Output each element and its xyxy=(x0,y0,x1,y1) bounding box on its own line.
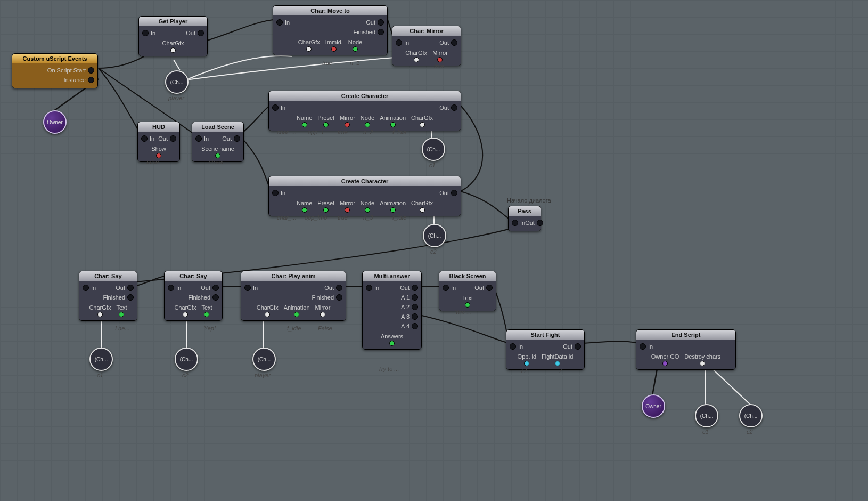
param-dot[interactable] xyxy=(365,207,370,213)
port-in[interactable]: In xyxy=(510,343,523,350)
node-multi-answer[interactable]: Multi-answer InOut A 1 A 2 A 3 A 4 Answe… xyxy=(362,271,422,350)
port-out[interactable]: Out xyxy=(186,30,204,36)
node-load-scene[interactable]: Load Scene InOut Scene name xyxy=(192,122,244,162)
port-in[interactable]: In xyxy=(195,135,209,142)
variable-destroy-c2[interactable]: (Ch... xyxy=(739,404,763,427)
param-dot[interactable] xyxy=(465,302,470,308)
port-in[interactable]: In xyxy=(272,104,285,111)
param-dot[interactable] xyxy=(662,361,668,366)
port-in[interactable]: In xyxy=(272,190,285,196)
node-get-player[interactable]: Get Player InOut CharGfx xyxy=(138,16,208,56)
param-dot[interactable] xyxy=(302,207,307,213)
port-a1[interactable]: A 1 xyxy=(401,294,418,301)
port-in[interactable]: In xyxy=(443,285,456,291)
variable-say2-char[interactable]: (Ch... xyxy=(175,348,198,371)
param-dot[interactable] xyxy=(183,312,188,317)
variable-c2[interactable]: (Ch... xyxy=(423,224,446,247)
param-dot[interactable] xyxy=(365,122,370,127)
port-a3[interactable]: A 3 xyxy=(401,313,418,320)
param-dot[interactable] xyxy=(320,312,325,317)
param-dot[interactable] xyxy=(323,207,329,213)
param-dot[interactable] xyxy=(389,341,395,346)
param-dot[interactable] xyxy=(119,312,124,317)
port-out[interactable]: Out xyxy=(201,285,219,291)
param-dot[interactable] xyxy=(414,57,419,62)
port-out[interactable]: Out xyxy=(158,135,176,142)
param-dot[interactable] xyxy=(437,57,443,62)
port-out[interactable]: Out xyxy=(525,220,543,226)
param-dot[interactable] xyxy=(204,312,209,317)
port-finished[interactable]: Finished xyxy=(188,294,219,301)
port-in[interactable]: In xyxy=(640,343,653,350)
port-out[interactable]: Out xyxy=(222,135,240,142)
port-in[interactable]: In xyxy=(142,30,155,36)
node-char-move-to[interactable]: Char: Move to InOut Finished CharGfx Imm… xyxy=(273,5,388,55)
port-out[interactable]: Out xyxy=(324,285,342,291)
param-dot[interactable] xyxy=(306,46,312,52)
node-custom-uscript-events[interactable]: Custom uScript Events On Script Start In… xyxy=(12,53,98,88)
param-dot[interactable] xyxy=(390,122,396,127)
variable-player[interactable]: (Ch... xyxy=(165,70,189,94)
port-out[interactable]: Out xyxy=(439,190,457,196)
node-char-say-1[interactable]: Char: Say InOut Finished CharGfx Text xyxy=(79,271,137,321)
param-dot[interactable] xyxy=(345,207,350,213)
node-char-mirror[interactable]: Char: Mirror InOut CharGfx Mirror xyxy=(392,26,461,66)
port-instance[interactable]: Instance xyxy=(63,77,94,83)
port-in[interactable]: In xyxy=(366,285,379,291)
port-in[interactable]: In xyxy=(512,220,525,226)
port-out[interactable]: Out xyxy=(474,285,493,291)
port-a2[interactable]: A 2 xyxy=(401,304,418,310)
port-in[interactable]: In xyxy=(276,19,290,26)
param-dot[interactable] xyxy=(353,46,358,52)
param-dot[interactable] xyxy=(265,312,270,317)
port-out[interactable]: Out xyxy=(116,285,134,291)
port-in[interactable]: In xyxy=(83,285,96,291)
port-out[interactable]: Out xyxy=(439,104,457,111)
param-dot[interactable] xyxy=(302,122,307,127)
param-dot[interactable] xyxy=(331,46,337,52)
param-dot[interactable] xyxy=(700,361,705,366)
port-finished[interactable]: Finished xyxy=(103,294,134,301)
param-dot[interactable] xyxy=(420,207,425,213)
node-char-play-anim[interactable]: Char: Play anim InOut Finished CharGfx A… xyxy=(241,271,346,321)
param-dot[interactable] xyxy=(156,153,161,158)
param-dot[interactable] xyxy=(215,153,220,158)
param-dot[interactable] xyxy=(294,312,299,317)
port-out[interactable]: Out xyxy=(366,19,384,26)
param-dot[interactable] xyxy=(170,47,176,53)
param-dot[interactable] xyxy=(323,122,329,127)
variable-destroy-c1[interactable]: (Ch... xyxy=(695,404,718,427)
node-end-script[interactable]: End Script In Owner GO Destroy chars xyxy=(636,329,736,370)
node-create-character-1[interactable]: Create Character InOut Name Preset Mirro… xyxy=(268,91,461,131)
port-a4[interactable]: A 4 xyxy=(401,323,418,329)
port-finished[interactable]: Finished xyxy=(312,294,342,301)
param-dot[interactable] xyxy=(420,122,425,127)
param-dot[interactable] xyxy=(524,361,529,366)
port-finished[interactable]: Finished xyxy=(353,29,384,35)
node-hud[interactable]: HUD InOut Show xyxy=(137,122,180,162)
port-out[interactable]: Out xyxy=(439,39,457,46)
port-out[interactable]: Out xyxy=(563,343,581,350)
node-black-screen[interactable]: Black Screen InOut Text xyxy=(439,271,496,311)
param-dot[interactable] xyxy=(345,122,350,127)
variable-say1-char[interactable]: (Ch... xyxy=(89,348,113,371)
variable-owner[interactable]: Owner xyxy=(43,110,67,134)
node-pass[interactable]: Pass InOut xyxy=(508,206,541,231)
node-create-character-2[interactable]: Create Character InOut Name Preset Mirro… xyxy=(268,176,461,216)
node-graph-canvas[interactable]: Custom uScript Events On Script Start In… xyxy=(0,0,868,501)
subtext-c2-name: char_... xyxy=(277,214,297,221)
port-in[interactable]: In xyxy=(396,39,409,46)
param-dot[interactable] xyxy=(555,361,560,366)
param-dot[interactable] xyxy=(390,207,396,213)
param-dot[interactable] xyxy=(97,312,103,317)
node-start-fight[interactable]: Start Fight InOut Opp. id FightData id xyxy=(506,329,585,370)
variable-playanim-char[interactable]: (Ch... xyxy=(252,348,276,371)
port-in[interactable]: In xyxy=(244,285,258,291)
variable-c1[interactable]: (Ch... xyxy=(422,138,445,161)
port-in[interactable]: In xyxy=(141,135,154,142)
variable-owner-2[interactable]: Owner xyxy=(642,394,665,418)
node-char-say-2[interactable]: Char: Say InOut Finished CharGfx Text xyxy=(164,271,223,321)
port-on-script-start[interactable]: On Script Start xyxy=(47,67,94,74)
port-in[interactable]: In xyxy=(168,285,181,291)
port-out[interactable]: Out xyxy=(400,285,418,291)
